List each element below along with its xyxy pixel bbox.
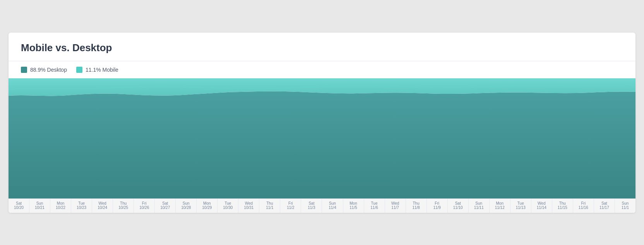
- tick-date: 11/12: [495, 205, 505, 210]
- tick-date: 10/22: [56, 205, 65, 210]
- tick-day: Thu: [559, 201, 566, 205]
- x-tick: Tue10/30: [217, 199, 238, 213]
- tick-date: 10/21: [35, 205, 45, 210]
- chart-svg: [9, 78, 635, 198]
- mobile-swatch: [76, 67, 82, 73]
- x-axis: Sat10/20Sun10/21Mon10/22Tue10/23Wed10/24…: [9, 198, 635, 213]
- desktop-area: [9, 91, 635, 198]
- tick-day: Sun: [622, 201, 629, 205]
- x-tick: Sat11/3: [301, 199, 322, 213]
- x-tick: Tue11/13: [510, 199, 531, 213]
- tick-day: Sat: [16, 201, 22, 205]
- tick-day: Sun: [475, 201, 482, 205]
- tick-day: Sun: [183, 201, 190, 205]
- tick-day: Sun: [329, 201, 336, 205]
- tick-date: 11/14: [537, 205, 546, 210]
- mobile-label: 11.1% Mobile: [86, 67, 118, 73]
- tick-day: Sat: [162, 201, 168, 205]
- tick-day: Tue: [371, 201, 378, 205]
- tick-day: Fri: [288, 201, 293, 205]
- tick-day: Thu: [120, 201, 127, 205]
- tick-date: 11/15: [558, 205, 567, 210]
- tick-date: 10/30: [223, 205, 233, 210]
- tick-date: 10/23: [77, 205, 86, 210]
- tick-date: 10/31: [244, 205, 253, 210]
- x-tick: Sun11/4: [322, 199, 343, 213]
- desktop-swatch: [21, 67, 27, 73]
- tick-date: 11/5: [349, 205, 357, 210]
- tick-date: 11/8: [412, 205, 420, 210]
- legend-mobile: 11.1% Mobile: [76, 67, 118, 73]
- x-tick: Fri10/26: [134, 199, 154, 213]
- tick-day: Thu: [266, 201, 273, 205]
- x-tick: Fri11/16: [573, 199, 594, 213]
- x-tick: Mon10/22: [50, 199, 71, 213]
- x-tick: Mon10/29: [196, 199, 217, 213]
- x-tick: Wed11/7: [385, 199, 406, 213]
- x-tick: Thu10/25: [113, 199, 134, 213]
- x-tick: Fri11/2: [280, 199, 301, 213]
- tick-date: 10/20: [14, 205, 24, 210]
- tick-date: 11/10: [453, 205, 463, 210]
- card-header: Mobile vs. Desktop: [9, 33, 635, 61]
- tick-day: Mon: [496, 201, 504, 205]
- tick-date: 11/11: [474, 205, 484, 210]
- tick-date: 10/27: [160, 205, 170, 210]
- x-tick: Sun10/28: [175, 199, 196, 213]
- tick-date: 11/17: [599, 205, 609, 210]
- x-tick: Fri11/9: [426, 199, 447, 213]
- x-tick: Thu11/8: [406, 199, 426, 213]
- tick-day: Mon: [349, 201, 357, 205]
- tick-date: 11/4: [329, 205, 336, 210]
- tick-day: Sat: [455, 201, 461, 205]
- tick-date: 11/3: [308, 205, 315, 210]
- x-tick: Wed11/14: [531, 199, 552, 213]
- tick-day: Tue: [517, 201, 524, 205]
- x-tick: Sat10/27: [154, 199, 175, 213]
- legend: 88.9% Desktop 11.1% Mobile: [9, 61, 635, 78]
- tick-day: Mon: [57, 201, 64, 205]
- x-tick: Sun10/21: [29, 199, 50, 213]
- tick-day: Sun: [36, 201, 43, 205]
- tick-date: 10/29: [202, 205, 212, 210]
- tick-day: Mon: [203, 201, 211, 205]
- tick-date: 10/24: [98, 205, 107, 210]
- x-tick: Mon11/5: [343, 199, 364, 213]
- tick-day: Wed: [245, 201, 253, 205]
- tick-date: 11/7: [391, 205, 399, 210]
- tick-day: Tue: [78, 201, 85, 205]
- tick-date: 11/2: [287, 205, 294, 210]
- tick-date: 11/6: [370, 205, 378, 210]
- x-tick: Sat11/17: [594, 199, 615, 213]
- tick-day: Wed: [98, 201, 106, 205]
- x-tick: Sun11/1: [615, 199, 635, 213]
- tick-day: Wed: [391, 201, 399, 205]
- x-tick: Sun11/11: [468, 199, 489, 213]
- desktop-label: 88.9% Desktop: [30, 67, 67, 73]
- tick-day: Fri: [142, 201, 147, 205]
- x-tick: Mon11/12: [489, 199, 510, 213]
- x-tick: Wed10/31: [238, 199, 259, 213]
- tick-date: 11/9: [433, 205, 440, 210]
- x-tick: Thu11/1: [259, 199, 280, 213]
- x-tick: Tue10/23: [71, 199, 92, 213]
- tick-day: Tue: [224, 201, 231, 205]
- chart-title: Mobile vs. Desktop: [21, 42, 623, 54]
- tick-day: Thu: [413, 201, 419, 205]
- tick-date: 11/16: [579, 205, 588, 210]
- tick-day: Wed: [538, 201, 545, 205]
- x-tick: Sat10/20: [9, 199, 29, 213]
- tick-date: 11/1: [622, 205, 629, 210]
- tick-date: 11/1: [266, 205, 273, 210]
- tick-day: Sat: [308, 201, 314, 205]
- chart-area: [9, 78, 635, 198]
- x-tick: Wed10/24: [92, 199, 113, 213]
- legend-desktop: 88.9% Desktop: [21, 67, 67, 73]
- chart-card: Mobile vs. Desktop 88.9% Desktop 11.1% M…: [9, 33, 635, 213]
- tick-date: 10/25: [118, 205, 128, 210]
- x-tick: Tue11/6: [364, 199, 385, 213]
- x-tick: Thu11/15: [552, 199, 573, 213]
- tick-day: Sat: [601, 201, 607, 205]
- tick-day: Fri: [581, 201, 586, 205]
- tick-day: Fri: [435, 201, 439, 205]
